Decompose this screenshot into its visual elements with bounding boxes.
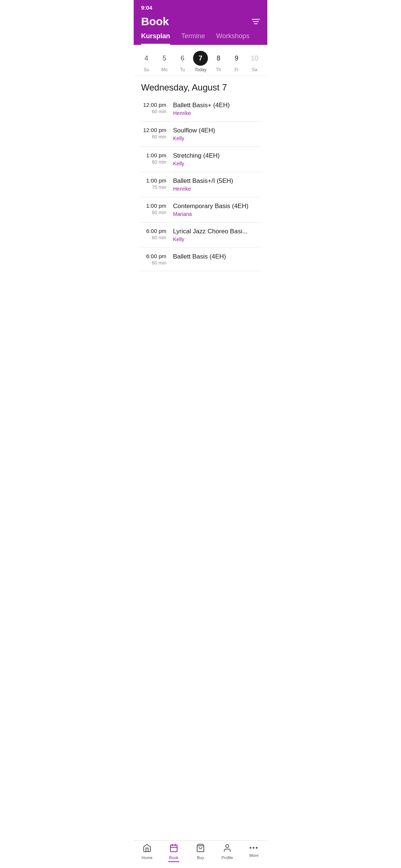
- status-bar: 9:04: [134, 0, 267, 12]
- date-label: Sa: [252, 67, 257, 72]
- date-item-9[interactable]: 9 Fr: [228, 51, 245, 72]
- date-item-8[interactable]: 8 Th: [211, 51, 227, 72]
- date-item-6[interactable]: 6 Tu: [174, 51, 190, 72]
- class-info: Ballett Basis+/I (5EH) Henrike: [173, 177, 261, 192]
- tab-kursplan[interactable]: Kursplan: [141, 32, 170, 45]
- class-time: 12:00 pm 60 min: [140, 127, 173, 139]
- class-info: Soulflow (4EH) Kelly: [173, 127, 261, 141]
- date-number: 5: [157, 51, 172, 66]
- class-info: Stretching (4EH) Kelly: [173, 152, 261, 167]
- class-info: Ballett Basis+ (4EH) Henrike: [173, 102, 261, 116]
- class-item-1[interactable]: 12:00 pm 60 min Soulflow (4EH) Kelly: [140, 122, 261, 147]
- date-item-10[interactable]: 10 Sa: [247, 51, 263, 72]
- tab-bar: Kursplan Termine Workshops: [134, 28, 267, 45]
- date-number: 4: [139, 51, 154, 66]
- class-time: 6:00 pm 60 min: [140, 253, 173, 266]
- class-item-0[interactable]: 12:00 pm 60 min Ballett Basis+ (4EH) Hen…: [140, 96, 261, 122]
- class-item-2[interactable]: 1:00 pm 60 min Stretching (4EH) Kelly: [140, 147, 261, 172]
- date-label: Today: [195, 67, 206, 72]
- class-time: 1:00 pm 60 min: [140, 152, 173, 165]
- date-item-5[interactable]: 5 Mo: [156, 51, 173, 72]
- date-number: 10: [247, 51, 262, 66]
- date-label: Su: [144, 67, 149, 72]
- header: Book: [134, 12, 267, 28]
- class-time: 6:00 pm 60 min: [140, 228, 173, 240]
- class-time: 12:00 pm 60 min: [140, 102, 173, 114]
- tab-workshops[interactable]: Workshops: [216, 32, 250, 45]
- main-content: 4 Su 5 Mo 6 Tu 7 Today 8 Th 9 Fr 10 Sa W…: [134, 45, 267, 301]
- class-info: Ballett Basis (4EH): [173, 253, 261, 262]
- class-info: Contemporary Basis (4EH) Mariana: [173, 203, 261, 217]
- date-label: Mo: [162, 67, 168, 72]
- tab-termine[interactable]: Termine: [181, 32, 205, 45]
- date-number: 9: [229, 51, 244, 66]
- class-info: Lyrical Jazz Choreo Basi... Kelly: [173, 228, 261, 242]
- date-item-7[interactable]: 7 Today: [192, 51, 209, 72]
- class-item-4[interactable]: 1:00 pm 60 min Contemporary Basis (4EH) …: [140, 197, 261, 223]
- class-list: 12:00 pm 60 min Ballett Basis+ (4EH) Hen…: [134, 96, 267, 271]
- filter-button[interactable]: [252, 19, 260, 24]
- date-picker: 4 Su 5 Mo 6 Tu 7 Today 8 Th 9 Fr 10 Sa: [134, 45, 267, 76]
- class-time: 1:00 pm 60 min: [140, 203, 173, 215]
- date-number: 6: [175, 51, 190, 66]
- date-label: Th: [216, 67, 221, 72]
- date-number: 8: [211, 51, 226, 66]
- class-time: 1:00 pm 75 min: [140, 177, 173, 190]
- date-number: 7: [193, 51, 208, 66]
- page-title: Book: [141, 15, 169, 28]
- status-time: 9:04: [141, 4, 152, 11]
- day-heading: Wednesday, August 7: [134, 76, 267, 96]
- class-item-6[interactable]: 6:00 pm 60 min Ballett Basis (4EH): [140, 248, 261, 271]
- date-label: Fr: [234, 67, 238, 72]
- date-item-4[interactable]: 4 Su: [138, 51, 154, 72]
- class-item-3[interactable]: 1:00 pm 75 min Ballett Basis+/I (5EH) He…: [140, 172, 261, 197]
- date-label: Tu: [180, 67, 185, 72]
- class-item-5[interactable]: 6:00 pm 60 min Lyrical Jazz Choreo Basi.…: [140, 223, 261, 248]
